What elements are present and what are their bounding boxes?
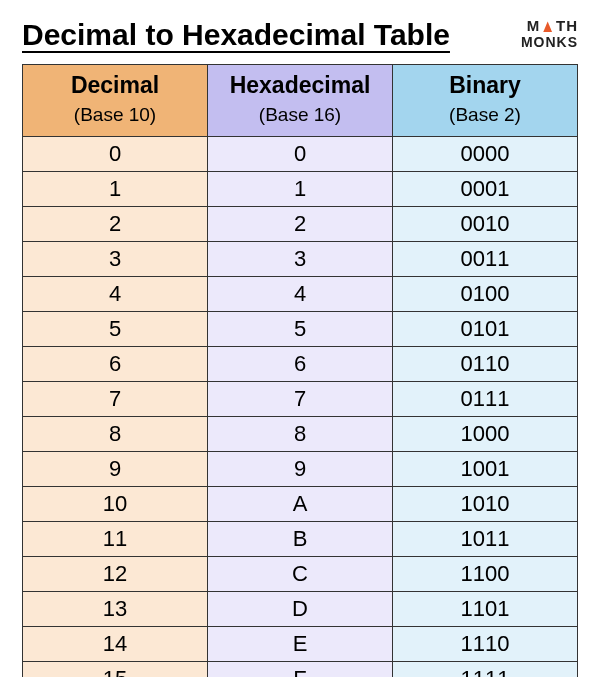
col-name: Hexadecimal bbox=[230, 72, 371, 98]
cell-hex: 5 bbox=[208, 311, 393, 346]
cell-hex: 1 bbox=[208, 171, 393, 206]
table-row: 550101 bbox=[23, 311, 578, 346]
cell-binary: 1111 bbox=[393, 661, 578, 677]
cell-hex: C bbox=[208, 556, 393, 591]
cell-decimal: 15 bbox=[23, 661, 208, 677]
cell-binary: 0101 bbox=[393, 311, 578, 346]
cell-hex: 4 bbox=[208, 276, 393, 311]
cell-binary: 1011 bbox=[393, 521, 578, 556]
table-row: 13D1101 bbox=[23, 591, 578, 626]
logo-line2: MONKS bbox=[521, 35, 578, 50]
cell-decimal: 7 bbox=[23, 381, 208, 416]
header: Decimal to Hexadecimal Table M▲TH MONKS bbox=[22, 18, 578, 52]
cell-hex: 9 bbox=[208, 451, 393, 486]
cell-decimal: 8 bbox=[23, 416, 208, 451]
cell-decimal: 5 bbox=[23, 311, 208, 346]
column-header-binary: Binary (Base 2) bbox=[393, 65, 578, 137]
logo: M▲TH MONKS bbox=[521, 18, 578, 50]
column-header-hex: Hexadecimal (Base 16) bbox=[208, 65, 393, 137]
cell-decimal: 4 bbox=[23, 276, 208, 311]
cell-binary: 1000 bbox=[393, 416, 578, 451]
cell-decimal: 3 bbox=[23, 241, 208, 276]
table-row: 12C1100 bbox=[23, 556, 578, 591]
cell-hex: A bbox=[208, 486, 393, 521]
table-header-row: Decimal (Base 10) Hexadecimal (Base 16) … bbox=[23, 65, 578, 137]
table-body: 0000001100012200103300114401005501016601… bbox=[23, 136, 578, 677]
cell-decimal: 11 bbox=[23, 521, 208, 556]
cell-decimal: 9 bbox=[23, 451, 208, 486]
cell-hex: 2 bbox=[208, 206, 393, 241]
table-row: 440100 bbox=[23, 276, 578, 311]
col-base: (Base 2) bbox=[449, 104, 521, 125]
cell-hex: 0 bbox=[208, 136, 393, 171]
cell-decimal: 10 bbox=[23, 486, 208, 521]
cell-hex: D bbox=[208, 591, 393, 626]
cell-hex: 8 bbox=[208, 416, 393, 451]
col-name: Decimal bbox=[71, 72, 159, 98]
cell-binary: 0110 bbox=[393, 346, 578, 381]
cell-binary: 1001 bbox=[393, 451, 578, 486]
table-row: 220010 bbox=[23, 206, 578, 241]
col-base: (Base 16) bbox=[259, 104, 341, 125]
cell-decimal: 12 bbox=[23, 556, 208, 591]
table-row: 110001 bbox=[23, 171, 578, 206]
table-row: 14E1110 bbox=[23, 626, 578, 661]
cell-binary: 1110 bbox=[393, 626, 578, 661]
column-header-decimal: Decimal (Base 10) bbox=[23, 65, 208, 137]
cell-decimal: 2 bbox=[23, 206, 208, 241]
cell-binary: 0011 bbox=[393, 241, 578, 276]
col-name: Binary bbox=[449, 72, 521, 98]
cell-hex: E bbox=[208, 626, 393, 661]
cell-decimal: 6 bbox=[23, 346, 208, 381]
cell-binary: 1100 bbox=[393, 556, 578, 591]
cell-decimal: 0 bbox=[23, 136, 208, 171]
conversion-table: Decimal (Base 10) Hexadecimal (Base 16) … bbox=[22, 64, 578, 677]
cell-hex: B bbox=[208, 521, 393, 556]
cell-decimal: 13 bbox=[23, 591, 208, 626]
logo-text-m: M bbox=[527, 17, 541, 34]
logo-text-th: TH bbox=[556, 17, 578, 34]
table-row: 770111 bbox=[23, 381, 578, 416]
table-row: 15F1111 bbox=[23, 661, 578, 677]
cell-decimal: 1 bbox=[23, 171, 208, 206]
table-row: 881000 bbox=[23, 416, 578, 451]
cell-binary: 1010 bbox=[393, 486, 578, 521]
table-row: 660110 bbox=[23, 346, 578, 381]
cell-binary: 1101 bbox=[393, 591, 578, 626]
table-row: 10A1010 bbox=[23, 486, 578, 521]
cell-binary: 0010 bbox=[393, 206, 578, 241]
cell-hex: 3 bbox=[208, 241, 393, 276]
triangle-icon: ▲ bbox=[540, 16, 556, 36]
cell-binary: 0111 bbox=[393, 381, 578, 416]
table-row: 000000 bbox=[23, 136, 578, 171]
col-base: (Base 10) bbox=[74, 104, 156, 125]
cell-binary: 0001 bbox=[393, 171, 578, 206]
table-row: 11B1011 bbox=[23, 521, 578, 556]
table-row: 330011 bbox=[23, 241, 578, 276]
cell-binary: 0100 bbox=[393, 276, 578, 311]
cell-hex: 7 bbox=[208, 381, 393, 416]
cell-hex: F bbox=[208, 661, 393, 677]
page-title: Decimal to Hexadecimal Table bbox=[22, 18, 450, 52]
cell-hex: 6 bbox=[208, 346, 393, 381]
logo-line1: M▲TH bbox=[521, 18, 578, 35]
table-row: 991001 bbox=[23, 451, 578, 486]
cell-binary: 0000 bbox=[393, 136, 578, 171]
cell-decimal: 14 bbox=[23, 626, 208, 661]
